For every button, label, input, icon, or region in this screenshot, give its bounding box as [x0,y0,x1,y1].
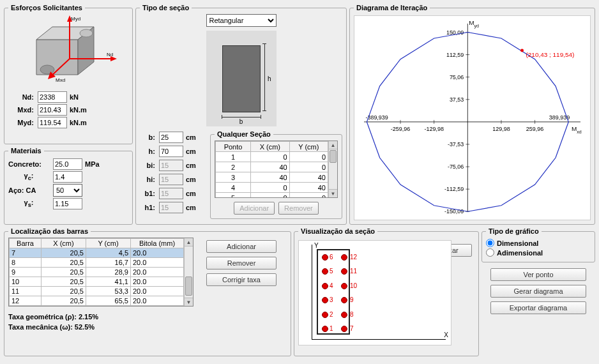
svg-point-3 [40,65,54,74]
section-viz: Y X 612511410392817 [298,240,451,345]
nd-label: Nd: [8,93,34,101]
concreto-input[interactable] [53,158,82,170]
mxd-label: Mxd: [8,106,34,114]
svg-text:Myd: Myd [71,16,80,22]
table-row: 720,54,520.0 [10,248,184,258]
barras-add-button[interactable]: Adicionar [206,240,277,253]
section-preview: h b [206,31,277,126]
svg-text:-112,59: -112,59 [444,186,464,192]
table-row: 1220,565,520.0 [10,296,184,306]
ver-ponto-button[interactable]: Ver ponto [490,268,586,281]
myd-unit: kN.m [70,119,94,126]
svg-point-44 [520,49,524,52]
yc-label: γc: [8,172,49,181]
myd-label: Myd: [8,119,34,126]
concreto-unit: MPa [85,160,109,168]
adimensional-radio[interactable]: Adimensional [486,248,591,257]
qualquer-add-button: Adicionar [234,202,275,215]
hi-input [159,174,183,185]
materiais-legend: Materiais [8,147,44,155]
secao-panel: Tipo de seção Retangular h b b:cm h:cm b… [135,4,347,225]
svg-text:112,59: 112,59 [446,52,464,58]
materiais-panel: Materiais Concreto: MPa γc: Aço: CA 50 γ… [4,147,133,225]
table-row: 920,528,920.0 [10,268,184,277]
barras-scrollbar[interactable]: ▲▼ [184,238,193,306]
bi-input [159,160,183,171]
diagrama-panel: Diagrama de Iteração MydMxd150,09112,597… [349,4,595,225]
myd-input[interactable] [38,117,67,128]
svg-text:-129,98: -129,98 [424,126,443,132]
barras-panel: Localização das barras BarraX (cm)Y (cm)… [4,227,291,356]
svg-text:75,06: 75,06 [450,74,464,80]
svg-text:Mxd: Mxd [56,77,65,83]
barras-fix-button[interactable]: Corrigir taxa [206,273,277,286]
mxd-input[interactable] [38,104,67,116]
table-row: 1120,553,320.0 [10,287,184,296]
nd-input[interactable] [38,91,67,103]
qualquer-legend: Qualquer Seção [215,130,273,138]
qualquer-remove-button: Remover [278,202,319,215]
grafico-panel: Tipo de gráfico Dimensional Adimensional [481,227,595,262]
interaction-plot: MydMxd150,09112,5975,0637,53-37,53-75,06… [354,15,591,220]
barras-remove-button[interactable]: Remover [206,257,277,269]
svg-text:-37,53: -37,53 [448,141,464,148]
qualquer-table[interactable]: PontoX (cm)Y (cm) 100 2400 34040 4040 50… [215,140,338,198]
barras-legend: Localização das barras [8,227,91,235]
svg-text:-75,06: -75,06 [448,163,464,170]
yc-input[interactable] [53,171,82,183]
svg-text:Myd: Myd [469,19,479,29]
h1-input [159,202,183,213]
qualquer-scrollbar[interactable]: ▲▼ [328,141,337,197]
dimensional-radio[interactable]: Dimensional [486,239,591,247]
svg-point-4 [80,29,93,37]
h-input[interactable] [159,146,183,157]
concreto-label: Concreto: [8,160,49,168]
svg-text:129,98: 129,98 [492,126,510,132]
taxa-mecanica: Taxa mecânica (ω): 52.5% [8,323,287,331]
mxd-unit: kN.m [70,106,94,114]
tipo-secao-select[interactable]: Retangular [206,14,277,27]
svg-text:-259,96: -259,96 [391,126,410,132]
ys-label: γs: [8,199,49,208]
aco-select[interactable]: 50 [53,184,82,197]
b1-input [159,188,183,199]
svg-text:Nd: Nd [107,52,113,57]
b-input[interactable] [159,132,183,143]
svg-text:259,96: 259,96 [526,126,543,132]
svg-text:37,53: 37,53 [450,96,464,103]
esforcos-legend: Esforços Solicitantes [8,4,85,11]
gerar-diagrama-button[interactable]: Gerar diagrama [490,285,586,298]
viz-legend: Visualização da seção [298,227,377,235]
aco-label: Aço: CA [8,186,49,194]
table-row: 820,516,720.0 [10,258,184,268]
diagrama-legend: Diagrama de Iteração [354,4,430,11]
exportar-diagrama-button[interactable]: Exportar diagrama [490,301,586,314]
grafico-legend: Tipo de gráfico [486,227,542,235]
table-row: 1020,541,120.0 [10,277,184,287]
isometric-diagram: Myd Nd Mxd [17,14,119,87]
nd-unit: kN [70,93,94,101]
svg-text:(210,43 ; 119,54): (210,43 ; 119,54) [526,51,575,58]
ys-input[interactable] [53,198,82,209]
qualquer-panel: Qualquer Seção PontoX (cm)Y (cm) 100 240… [210,130,342,219]
secao-legend: Tipo de seção [140,4,192,11]
taxa-geometrica: Taxa geométrica (ρ): 2.15% [8,313,287,321]
esforcos-panel: Esforços Solicitantes Myd [4,4,133,144]
barras-table[interactable]: BarraX (cm)Y (cm)Bitola (mm) 720,54,520.… [8,238,193,307]
viz-panel: Visualização da seção Visualizar Y X 612… [294,227,479,356]
svg-text:Mxd: Mxd [572,125,582,134]
